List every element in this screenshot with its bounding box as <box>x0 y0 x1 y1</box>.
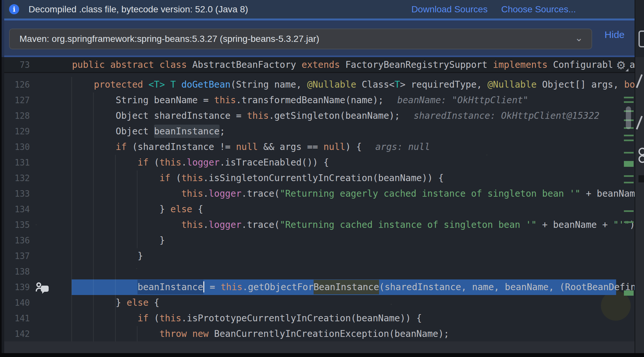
code-text: } <box>72 233 165 248</box>
vcs-change-mark[interactable] <box>624 290 634 296</box>
code-line-140[interactable]: 140 } else { <box>0 295 644 311</box>
vcs-change-mark[interactable] <box>624 175 634 177</box>
right-tool-stripe[interactable] <box>635 0 644 353</box>
library-bar: Maven: org.springframework:spring-beans:… <box>0 20 644 56</box>
line-number[interactable]: 130 <box>0 139 30 155</box>
code-line-142[interactable]: 142 throw new BeanCurrentlyInCreationExc… <box>0 326 644 341</box>
left-edge-strip <box>0 0 4 357</box>
right-stripe-top-shade <box>635 0 644 57</box>
line-number[interactable]: 126 <box>0 77 30 92</box>
banner-message: Decompiled .class file, bytecode version… <box>29 0 248 18</box>
code-text: throw new BeanCurrentlyInCreationExcepti… <box>72 326 449 341</box>
gutter-comment-icon[interactable] <box>36 282 50 293</box>
line-number[interactable]: 135 <box>0 217 30 233</box>
code-text: } else { <box>72 202 203 217</box>
code-text: this.logger.trace("Returning cached inst… <box>72 217 635 233</box>
line-number[interactable]: 142 <box>0 326 30 341</box>
partial-tool-icon <box>638 31 644 47</box>
line-number[interactable]: 140 <box>0 295 30 311</box>
ide-decompiled-view: i Decompiled .class file, bytecode versi… <box>0 0 644 357</box>
info-icon: i <box>9 4 19 14</box>
partial-tool-icon <box>638 148 644 155</box>
code-text: } else { <box>72 295 160 311</box>
line-number[interactable]: 129 <box>0 124 30 139</box>
debugger-inline-hint: beanName: "OkHttpClient" <box>397 95 529 105</box>
code-line-130[interactable]: 130 if (sharedInstance != null && args =… <box>0 139 644 155</box>
hide-button[interactable]: Hide <box>604 24 625 45</box>
code-text: if (this.logger.isTraceEnabled()) { <box>72 155 329 170</box>
decompiled-banner: i Decompiled .class file, bytecode versi… <box>0 0 644 18</box>
bottom-scroll-band[interactable] <box>0 341 644 353</box>
partial-tool-icon <box>636 116 643 130</box>
debugger-inline-hint: args: null <box>375 142 430 152</box>
code-text: Object beanInstance; <box>72 124 225 139</box>
line-number[interactable]: 133 <box>0 186 30 202</box>
partial-tool-icon <box>638 155 644 163</box>
code-line-141[interactable]: 141 if (this.isPrototypeCurrentlyInCreat… <box>0 311 644 326</box>
line-number[interactable]: 136 <box>0 233 30 248</box>
line-number[interactable]: 141 <box>0 311 30 326</box>
vcs-change-mark[interactable] <box>624 221 634 223</box>
vcs-change-mark[interactable] <box>624 97 634 98</box>
code-line-134[interactable]: 134 } else { <box>0 202 644 217</box>
choose-sources-link[interactable]: Choose Sources... <box>501 0 576 18</box>
vcs-change-mark[interactable] <box>624 140 634 141</box>
code-line-139[interactable]: 139 beanInstance = this.getObjectForBean… <box>0 279 644 295</box>
line-number[interactable]: 138 <box>0 264 30 279</box>
download-sources-link[interactable]: Download Sources <box>411 0 488 18</box>
library-select[interactable]: Maven: org.springframework:spring-beans:… <box>9 29 592 49</box>
code-text: protected <T> T doGetBean(String name, @… <box>72 77 635 92</box>
code-text: public abstract class AbstractBeanFactor… <box>72 57 640 73</box>
code-text: beanInstance = this.getObjectForBeanInst… <box>72 279 636 295</box>
line-number[interactable]: 139 <box>0 279 30 295</box>
code-line-132[interactable]: 132 if (this.isSingletonCurrentlyInCreat… <box>0 170 644 186</box>
vcs-change-mark[interactable] <box>624 161 634 167</box>
scrollbar-thumb[interactable] <box>626 106 631 129</box>
code-text: if (this.isPrototypeCurrentlyInCreation(… <box>72 311 422 326</box>
vcs-change-mark[interactable] <box>624 210 634 212</box>
gear-corner-triangle <box>626 68 628 71</box>
vcs-change-mark[interactable] <box>624 135 634 136</box>
code-text: if (sharedInstance != null && args == nu… <box>72 139 430 155</box>
debugger-inline-hint: sharedInstance: OkHttpClient@15322 <box>413 110 599 121</box>
line-number[interactable]: 134 <box>0 202 30 217</box>
code-line-129[interactable]: 129 Object beanInstance; <box>0 124 644 139</box>
vcs-change-mark[interactable] <box>624 101 634 103</box>
vcs-change-mark[interactable] <box>624 152 634 154</box>
code-line-73[interactable]: 73public abstract class AbstractBeanFact… <box>0 57 644 73</box>
code-text: this.logger.trace("Returning eagerly cac… <box>72 186 635 202</box>
library-select-value: Maven: org.springframework:spring-beans:… <box>19 34 319 44</box>
code-editor[interactable]: 73public abstract class AbstractBeanFact… <box>0 57 644 341</box>
partial-tool-icon <box>636 74 643 88</box>
bottom-window-strip <box>0 353 644 357</box>
code-line-137[interactable]: 137 } <box>0 248 644 264</box>
sticky-class-line[interactable]: 73public abstract class AbstractBeanFact… <box>0 57 644 73</box>
vcs-change-mark[interactable] <box>624 182 634 183</box>
code-text: String beanName = this.transformedBeanNa… <box>72 92 528 108</box>
sticky-settings[interactable]: ⚙ <box>612 58 630 73</box>
chevron-down-icon: ⌄ <box>575 29 583 47</box>
code-line-128[interactable]: 128 Object sharedInstance = this.getSing… <box>0 108 644 124</box>
code-line-133[interactable]: 133 this.logger.trace("Returning eagerly… <box>0 186 644 202</box>
partial-tool-icon <box>638 175 644 182</box>
code-text: if (this.isSingletonCurrentlyInCreation(… <box>72 170 444 186</box>
line-number[interactable]: 73 <box>0 57 30 73</box>
code-text: Object sharedInstance = this.getSingleto… <box>72 108 600 124</box>
line-number[interactable]: 128 <box>0 108 30 124</box>
line-number[interactable]: 137 <box>0 248 30 264</box>
line-number[interactable]: 131 <box>0 155 30 170</box>
code-line-127[interactable]: 127 String beanName = this.transformedBe… <box>0 92 644 108</box>
code-line-135[interactable]: 135 this.logger.trace("Returning cached … <box>0 217 644 233</box>
line-number[interactable]: 132 <box>0 170 30 186</box>
code-lines[interactable]: 126 protected <T> T doGetBean(String nam… <box>0 77 644 341</box>
code-line-131[interactable]: 131 if (this.logger.isTraceEnabled()) { <box>0 155 644 170</box>
code-line-126[interactable]: 126 protected <T> T doGetBean(String nam… <box>0 77 644 92</box>
code-line-136[interactable]: 136 } <box>0 233 644 248</box>
code-line-138[interactable]: 138 <box>0 264 644 279</box>
code-text: } <box>72 248 143 264</box>
line-number[interactable]: 127 <box>0 92 30 108</box>
